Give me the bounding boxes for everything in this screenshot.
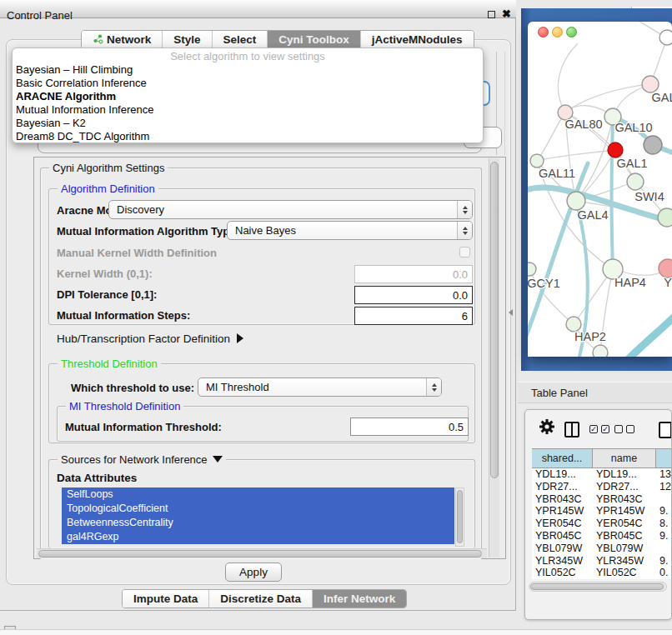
attribute-item-betweennesscentrality[interactable]: BetweennessCentrality — [62, 516, 454, 530]
collapse-down-arrow-icon[interactable] — [213, 456, 223, 462]
table-cell: YER054C — [532, 518, 593, 530]
network-node-gal1[interactable] — [627, 173, 644, 190]
table-cell: YBR043C — [593, 493, 656, 506]
table-cell: 9. — [656, 555, 672, 568]
table-cell: YDR27... — [532, 481, 593, 493]
network-node[interactable] — [593, 345, 608, 357]
network-node[interactable] — [644, 136, 662, 154]
document-icon[interactable] — [659, 422, 672, 438]
column-header-a[interactable]: A — [656, 449, 672, 468]
hub-transcription-factor-section[interactable]: Hub/Transcription Factor Definition — [57, 332, 243, 345]
float-window-icon[interactable] — [488, 11, 495, 18]
table-cell: YBR045C — [593, 530, 656, 542]
control-panel-titlebar[interactable] — [0, 0, 516, 18]
dropdown-item-bayesian-k2[interactable]: Bayesian – K2 — [13, 117, 483, 130]
table-row[interactable]: YDL19...YDL19...13 — [532, 468, 672, 481]
dpi-tolerance-field[interactable] — [354, 286, 473, 304]
settings-horizontal-scrollbar[interactable] — [37, 548, 487, 558]
mi-threshold-label: Mutual Information Threshold: — [65, 421, 222, 433]
node-label: SWI4 — [634, 190, 664, 203]
tab-impute-data[interactable]: Impute Data — [123, 590, 209, 608]
node-label: GAL80 — [564, 118, 602, 131]
mi-algorithm-type-combobox[interactable]: Naive Bayes — [227, 221, 473, 240]
dropdown-item-basic-correlation-inference[interactable]: Basic Correlation Inference — [13, 77, 483, 90]
attribute-item-topologicalcoefficient[interactable]: TopologicalCoefficient — [62, 502, 454, 516]
network-view-window[interactable]: GALGAL80GAL10GAL11GAL1SWI4GAL4HAP4YGCY1H… — [528, 22, 672, 357]
network-node-gal11[interactable] — [530, 154, 544, 168]
kernel-width-field[interactable] — [354, 265, 473, 283]
network-node[interactable] — [608, 142, 623, 158]
dropdown-item-mutual-information-inference[interactable]: Mutual Information Inference — [13, 103, 483, 117]
group-title: Threshold Definition — [58, 358, 161, 370]
minimize-traffic-light[interactable] — [552, 27, 563, 38]
stepper-arrows-icon[interactable] — [426, 378, 441, 396]
dropdown-item-aracne-algorithm[interactable]: ARACNE Algorithm — [13, 90, 483, 103]
tab-jactivemnodules[interactable]: jActiveMNodules — [361, 31, 474, 48]
table-cell: 0. — [656, 567, 672, 579]
split-columns-icon[interactable] — [564, 422, 579, 438]
table-header-row[interactable]: shared...nameA — [532, 448, 672, 468]
table-cell: YPR145W — [593, 505, 656, 518]
panel-title: Control Panel — [7, 9, 73, 22]
mi-steps-label: Mutual Information Steps: — [57, 309, 190, 322]
mi-threshold-field[interactable] — [350, 418, 469, 436]
table-row[interactable]: YIL052CYIL052C0. — [532, 567, 672, 579]
table-row[interactable]: YBR045CYBR045C9. — [532, 530, 672, 542]
dropdown-item-dream8-dc-tdc-algorithm[interactable]: Dream8 DC_TDC Algorithm — [13, 130, 483, 143]
table-row[interactable]: YER054CYER054C8. — [532, 518, 672, 530]
network-canvas[interactable]: GALGAL80GAL10GAL11GAL1SWI4GAL4HAP4YGCY1H… — [528, 22, 672, 357]
manual-kernel-width-checkbox[interactable] — [459, 247, 470, 258]
tab-cyni-toolbox[interactable]: Cyni Toolbox — [268, 31, 361, 48]
tab-infer-network[interactable]: Infer Network — [313, 590, 406, 608]
attribute-item-selfloops[interactable]: SelfLoops — [62, 488, 454, 502]
settings-vertical-scrollbar[interactable] — [489, 158, 499, 558]
table-cell: 13 — [656, 468, 672, 481]
table-row[interactable]: YBR043CYBR043C — [532, 493, 672, 506]
table-cell: YDL19... — [593, 468, 656, 481]
stepper-arrows-icon[interactable] — [457, 222, 472, 239]
attributes-list-scrollbar[interactable] — [455, 488, 464, 547]
node-label: HAP4 — [614, 276, 646, 289]
tab-network[interactable]: Network — [82, 31, 163, 48]
table-cell: YDR27... — [593, 481, 656, 493]
network-node-gal[interactable] — [642, 76, 659, 92]
tab-discretize-data[interactable]: Discretize Data — [209, 590, 313, 608]
gear-icon[interactable] — [539, 418, 555, 438]
table-row[interactable]: YPR145WYPR145W9. — [532, 505, 672, 518]
network-node-gcy1[interactable] — [528, 262, 536, 276]
which-threshold-combobox[interactable]: MI Threshold — [198, 378, 442, 397]
table-horizontal-scrollbar[interactable] — [529, 582, 667, 592]
tab-style[interactable]: Style — [163, 31, 212, 48]
network-node-gal4[interactable] — [567, 192, 585, 210]
deselect-all-checkboxes-icon[interactable] — [614, 425, 634, 433]
select-all-checkboxes-icon[interactable]: ✓✓ — [589, 425, 609, 433]
close-icon[interactable]: ✖ — [502, 8, 511, 20]
table-row[interactable]: YDR27...YDR27...12 — [532, 481, 672, 493]
apply-button[interactable]: Apply — [225, 562, 282, 582]
tab-select[interactable]: Select — [213, 31, 268, 48]
group-title: Cyni Algorithm Settings — [49, 162, 168, 174]
table-row[interactable]: YBL079WYBL079W — [532, 542, 672, 555]
network-node-swi4[interactable] — [658, 208, 672, 227]
aracne-mode-combobox[interactable]: Discovery — [108, 200, 473, 219]
column-header-name[interactable]: name — [593, 449, 656, 468]
network-node-y[interactable] — [659, 259, 672, 278]
mi-steps-field[interactable] — [354, 307, 473, 325]
table-row[interactable]: YLR345WYLR345W9. — [532, 555, 672, 568]
panel-collapse-arrow-icon[interactable] — [509, 309, 513, 316]
attribute-item-gal4rgexp[interactable]: gal4RGexp — [62, 530, 454, 544]
table-cell: YER054C — [593, 518, 656, 530]
table-panel-title: Table Panel — [531, 387, 588, 399]
stepper-arrows-icon[interactable] — [457, 201, 472, 218]
close-traffic-light[interactable] — [538, 27, 549, 38]
algorithm-dropdown-list: Select algorithm to view settings Bayesi… — [12, 48, 484, 143]
zoom-traffic-light[interactable] — [566, 27, 577, 38]
tab-label: Cyni Toolbox — [278, 33, 349, 46]
column-header-shared[interactable]: shared... — [532, 449, 593, 468]
network-node[interactable] — [659, 30, 672, 45]
dropdown-item-bayesian-hill-climbing[interactable]: Bayesian – Hill Climbing — [13, 63, 483, 77]
table-cell: 8. — [656, 518, 672, 530]
expand-right-arrow-icon[interactable] — [237, 333, 243, 343]
group-title: MI Threshold Definition — [66, 400, 183, 412]
table-cell: 9. — [656, 530, 672, 542]
